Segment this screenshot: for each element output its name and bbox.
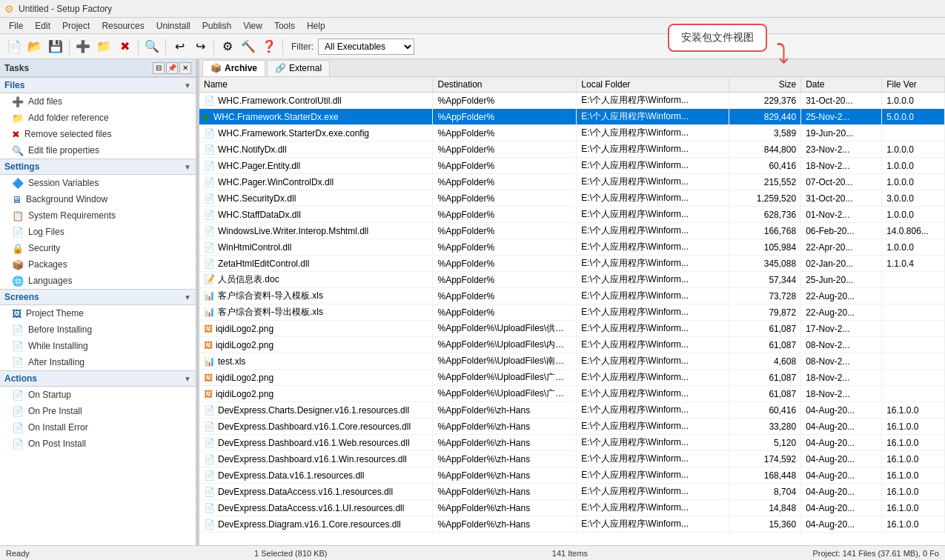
sidebar-item-languages[interactable]: 🌐 Languages — [0, 273, 196, 289]
menu-file[interactable]: File — [3, 19, 29, 33]
table-row[interactable]: 📄DevExpress.DataAccess.v16.1.resources.d… — [199, 484, 945, 500]
sidebar-item-on-post-install[interactable]: 📄 On Post Install — [0, 436, 196, 452]
filter-select[interactable]: All Executables — [318, 39, 414, 55]
col-header-destination[interactable]: Destination — [433, 77, 577, 93]
cell-name: 📊test.xls — [199, 353, 433, 370]
sidebar-item-add-folder-reference[interactable]: 📁 Add folder reference — [0, 110, 196, 126]
menu-tools[interactable]: Tools — [268, 19, 301, 33]
cell-local-folder: E:\个人应用程序\Winform... — [577, 93, 729, 109]
file-type-icon: 📄 — [204, 161, 215, 171]
section-header-settings[interactable]: Settings ▼ — [0, 159, 196, 175]
table-row[interactable]: 🖼iqidiLogo2.png %AppFolder%\UploadFiles\… — [199, 370, 945, 386]
table-row[interactable]: 🖼iqidiLogo2.png %AppFolder%\UploadFiles\… — [199, 386, 945, 402]
table-row[interactable]: 📄DevExpress.Dashboard.v16.1.Win.resource… — [199, 451, 945, 467]
undo-button[interactable]: ↩ — [170, 37, 189, 56]
table-row[interactable]: 📄WHC.Framework.StarterDx.exe.config %App… — [199, 125, 945, 141]
add-files-label: Add files — [28, 96, 62, 107]
cell-name: 📄WHC.Framework.StarterDx.exe.config — [199, 125, 433, 141]
sidebar-item-after-installing[interactable]: 📄 After Installing — [0, 354, 196, 370]
table-row[interactable]: 📄WHC.NotifyDx.dll %AppFolder% E:\个人应用程序\… — [199, 141, 945, 158]
panel-collapse-button[interactable]: ⊟ — [153, 62, 165, 74]
sidebar-item-on-startup[interactable]: 📄 On Startup — [0, 387, 196, 403]
menu-edit[interactable]: Edit — [29, 19, 56, 33]
settings-button[interactable]: ⚙ — [218, 37, 237, 56]
sidebar-item-remove-selected-files[interactable]: ✖ Remove selected files — [0, 126, 196, 142]
cell-local-folder: E:\个人应用程序\Winform... — [577, 125, 729, 141]
table-row[interactable]: 📄DevExpress.Diagram.v16.1.Core.resources… — [199, 516, 945, 533]
table-row[interactable]: 📄DevExpress.DataAccess.v16.1.UI.resource… — [199, 500, 945, 516]
sidebar-item-system-requirements[interactable]: 📋 System Requirements — [0, 207, 196, 224]
table-row[interactable]: ▶WHC.Framework.StarterDx.exe %AppFolder%… — [199, 109, 945, 125]
sidebar-item-on-pre-install[interactable]: 📄 On Pre Install — [0, 403, 196, 419]
sidebar-item-add-files[interactable]: ➕ Add files — [0, 93, 196, 110]
cell-date: 22-Apr-20... — [801, 239, 882, 256]
sidebar-item-on-install-error[interactable]: 📄 On Install Error — [0, 419, 196, 436]
table-row[interactable]: 📄WindowsLive.Writer.Interop.Mshtml.dll %… — [199, 223, 945, 239]
new-button[interactable]: 📄 — [4, 37, 24, 56]
section-header-files[interactable]: Files ▼ — [0, 77, 196, 93]
sidebar-item-session-variables[interactable]: 🔷 Session Variables — [0, 175, 196, 191]
col-header-date[interactable]: Date — [801, 77, 882, 93]
sidebar-item-packages[interactable]: 📦 Packages — [0, 256, 196, 273]
table-row[interactable]: 📄DevExpress.Dashboard.v16.1.Core.resourc… — [199, 419, 945, 435]
sidebar-item-log-files[interactable]: 📄 Log Files — [0, 224, 196, 240]
sidebar-item-edit-file-properties[interactable]: 🔍 Edit file properties — [0, 142, 196, 159]
tab-external[interactable]: 🔗 External — [267, 60, 330, 76]
section-header-screens[interactable]: Screens ▼ — [0, 289, 196, 305]
col-header-name[interactable]: Name — [199, 77, 433, 93]
table-row[interactable]: 📄WHC.Pager.Entity.dll %AppFolder% E:\个人应… — [199, 158, 945, 174]
cell-size: 33,280 — [729, 419, 801, 435]
sidebar-item-security[interactable]: 🔒 Security — [0, 240, 196, 256]
save-button[interactable]: 💾 — [46, 37, 65, 56]
sidebar-item-project-theme[interactable]: 🖼 Project Theme — [0, 305, 196, 321]
panel-close-button[interactable]: ✕ — [179, 62, 191, 74]
table-row[interactable]: 📄DevExpress.Data.v16.1.resources.dll %Ap… — [199, 467, 945, 484]
menu-project[interactable]: Project — [56, 19, 96, 33]
menu-resources[interactable]: Resources — [96, 19, 150, 33]
col-header-file-ver[interactable]: File Ver — [882, 77, 945, 93]
redo-button[interactable]: ↪ — [190, 37, 210, 56]
table-row[interactable]: 📄WHC.StaffDataDx.dll %AppFolder% E:\个人应用… — [199, 207, 945, 223]
cell-name: 🖼iqidiLogo2.png — [199, 386, 433, 402]
add-button[interactable]: ➕ — [73, 37, 93, 56]
section-header-actions[interactable]: Actions ▼ — [0, 370, 196, 387]
search-button[interactable]: 🔍 — [142, 37, 162, 56]
sidebar-item-before-installing[interactable]: 📄 Before Installing — [0, 321, 196, 338]
build-button[interactable]: 🔨 — [239, 37, 258, 56]
col-header-size[interactable]: Size — [729, 77, 801, 93]
add-folder-button[interactable]: 📁 — [94, 37, 113, 56]
col-header-local-folder[interactable]: Local Folder — [577, 77, 729, 93]
open-button[interactable]: 📂 — [25, 37, 44, 56]
table-row[interactable]: 🖼iqidiLogo2.png %AppFolder%\UploadFiles\… — [199, 321, 945, 337]
table-row[interactable]: 📊test.xls %AppFolder%\UploadFiles\南方医...… — [199, 353, 945, 370]
table-row[interactable]: 📄DevExpress.Charts.Designer.v16.1.resour… — [199, 402, 945, 419]
table-row[interactable]: 🖼iqidiLogo2.png %AppFolder%\UploadFiles\… — [199, 337, 945, 353]
cell-destination: %AppFolder%\zh-Hans — [433, 435, 577, 451]
menu-help[interactable]: Help — [301, 19, 331, 33]
table-row[interactable]: 📄WHC.SecurityDx.dll %AppFolder% E:\个人应用程… — [199, 190, 945, 207]
sidebar-item-while-installing[interactable]: 📄 While Installing — [0, 338, 196, 354]
table-row[interactable]: 📄WHC.Framework.ControlUtil.dll %AppFolde… — [199, 93, 945, 109]
table-row[interactable]: 📊客户综合资料-导入模板.xls %AppFolder% E:\个人应用程序\W… — [199, 288, 945, 304]
cell-name: 🖼iqidiLogo2.png — [199, 321, 433, 337]
menu-publish[interactable]: Publish — [196, 19, 237, 33]
section-title-settings: Settings — [4, 161, 39, 172]
tab-archive[interactable]: 📦 Archive — [202, 60, 265, 76]
screens-arrow-icon: ▼ — [184, 293, 191, 301]
menu-uninstall[interactable]: Uninstall — [150, 19, 196, 33]
panel-pin-button[interactable]: 📌 — [166, 62, 178, 74]
sidebar-item-background-window[interactable]: 🖥 Background Window — [0, 191, 196, 207]
table-row[interactable]: 📝人员信息表.doc %AppFolder% E:\个人应用程序\Winform… — [199, 272, 945, 288]
table-row[interactable]: 📄ZetaHtmlEditControl.dll %AppFolder% E:\… — [199, 256, 945, 272]
table-row[interactable]: 📊客户综合资料-导出模板.xls %AppFolder% E:\个人应用程序\W… — [199, 304, 945, 321]
left-panel-buttons: ⊟ 📌 ✕ — [153, 62, 191, 74]
file-type-icon: 📄 — [204, 405, 215, 416]
help-button[interactable]: ❓ — [259, 37, 279, 56]
table-row[interactable]: 📄WinHtmlControl.dll %AppFolder% E:\个人应用程… — [199, 239, 945, 256]
file-table-container[interactable]: Name Destination Local Folder Size Date … — [199, 77, 945, 545]
file-type-icon: 🖼 — [204, 373, 213, 383]
table-row[interactable]: 📄DevExpress.Dashboard.v16.1.Web.resource… — [199, 435, 945, 451]
menu-view[interactable]: View — [237, 19, 268, 33]
delete-button[interactable]: ✖ — [115, 37, 134, 56]
table-row[interactable]: 📄WHC.Pager.WinControlDx.dll %AppFolder% … — [199, 174, 945, 190]
